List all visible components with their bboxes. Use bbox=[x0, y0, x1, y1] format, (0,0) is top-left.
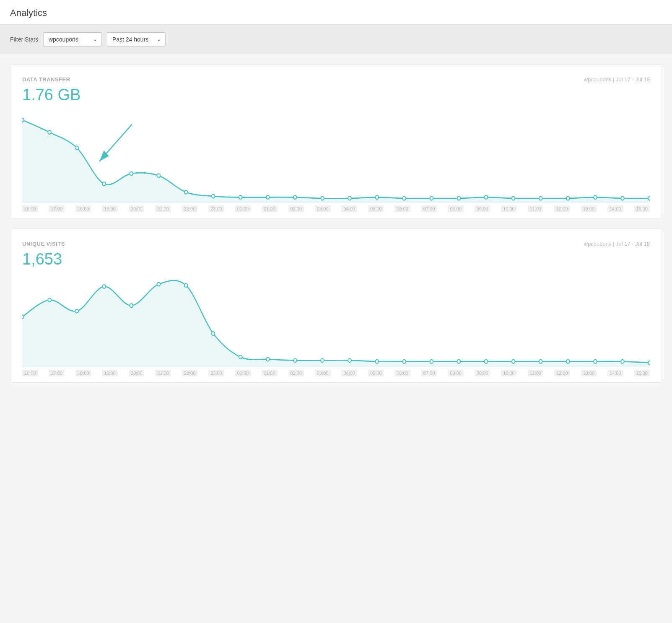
time-label: 05:00 bbox=[368, 205, 384, 212]
svg-point-11 bbox=[293, 195, 297, 199]
time-label: 04:00 bbox=[341, 205, 357, 212]
time-label: 16:00 bbox=[22, 205, 38, 212]
time-label: 13:00 bbox=[581, 205, 597, 212]
svg-point-26 bbox=[48, 298, 51, 302]
time-label: 21:00 bbox=[155, 205, 171, 212]
svg-point-13 bbox=[348, 197, 351, 200]
filter-label: Filter Stats bbox=[10, 36, 38, 43]
chart-area-data-transfer bbox=[22, 111, 650, 203]
time-label: 19:00 bbox=[102, 205, 118, 212]
time-label: 17:00 bbox=[49, 205, 65, 212]
chart-section-title-unique-visits: UNIQUE VISITS bbox=[22, 241, 65, 247]
time-label: 17:00 bbox=[49, 370, 65, 376]
svg-point-16 bbox=[430, 197, 433, 200]
time-label: 03:00 bbox=[315, 370, 331, 376]
chart-header-unique-visits: UNIQUE VISITSwpcoupons | Jul 17 - Jul 18 bbox=[22, 241, 650, 247]
svg-point-31 bbox=[184, 283, 188, 287]
svg-point-5 bbox=[130, 172, 133, 176]
svg-point-43 bbox=[512, 360, 515, 363]
svg-point-15 bbox=[402, 197, 406, 200]
svg-point-12 bbox=[321, 197, 324, 200]
svg-point-8 bbox=[212, 195, 215, 198]
time-label: 19:00 bbox=[102, 370, 118, 376]
site-select-wrapper[interactable]: wpcoupons bbox=[43, 32, 102, 47]
time-label: 10:00 bbox=[501, 205, 517, 212]
time-label: 09:00 bbox=[475, 370, 490, 376]
svg-point-14 bbox=[375, 195, 379, 199]
svg-point-7 bbox=[184, 190, 188, 194]
svg-point-35 bbox=[293, 358, 297, 362]
time-label: 16:00 bbox=[22, 370, 38, 376]
time-label: 07:00 bbox=[421, 370, 437, 376]
time-label: 13:00 bbox=[581, 370, 597, 376]
svg-point-9 bbox=[239, 195, 242, 199]
time-label: 00:00 bbox=[235, 370, 251, 376]
time-label: 05:00 bbox=[368, 370, 384, 376]
chart-card-unique-visits: UNIQUE VISITSwpcoupons | Jul 17 - Jul 18… bbox=[10, 228, 662, 383]
svg-point-42 bbox=[485, 360, 488, 363]
svg-point-30 bbox=[157, 283, 161, 286]
chart-card-data-transfer: DATA TRANSFERwpcoupons | Jul 17 - Jul 18… bbox=[10, 64, 662, 218]
svg-point-25 bbox=[22, 315, 24, 319]
filter-bar: Filter Stats wpcoupons Past 24 hours Pas… bbox=[0, 25, 672, 54]
svg-point-45 bbox=[566, 360, 570, 363]
svg-point-37 bbox=[348, 358, 351, 362]
time-axis-unique-visits: 16:0017:0018:0019:0020:0021:0022:0023:00… bbox=[22, 367, 650, 382]
svg-point-18 bbox=[485, 195, 488, 199]
svg-point-34 bbox=[266, 358, 270, 361]
time-label: 11:00 bbox=[528, 205, 544, 212]
svg-point-33 bbox=[239, 355, 242, 359]
svg-point-24 bbox=[648, 197, 650, 200]
time-label: 23:00 bbox=[208, 205, 224, 212]
svg-point-38 bbox=[375, 360, 379, 363]
time-label: 10:00 bbox=[501, 370, 517, 376]
time-label: 04:00 bbox=[341, 370, 357, 376]
time-label: 08:00 bbox=[448, 205, 464, 212]
time-label: 06:00 bbox=[394, 205, 410, 212]
time-label: 09:00 bbox=[475, 205, 490, 212]
site-select[interactable]: wpcoupons bbox=[43, 32, 102, 47]
svg-point-20 bbox=[539, 197, 542, 200]
time-label: 01:00 bbox=[262, 370, 278, 376]
time-label: 15:00 bbox=[634, 370, 650, 376]
time-label: 07:00 bbox=[421, 205, 437, 212]
time-label: 02:00 bbox=[288, 370, 304, 376]
charts-container: DATA TRANSFERwpcoupons | Jul 17 - Jul 18… bbox=[0, 54, 672, 393]
time-label: 18:00 bbox=[75, 370, 91, 376]
time-label: 06:00 bbox=[394, 370, 410, 376]
chart-svg-unique-visits bbox=[22, 275, 650, 367]
svg-point-21 bbox=[566, 197, 570, 200]
time-label: 22:00 bbox=[182, 370, 198, 376]
svg-point-19 bbox=[512, 197, 515, 200]
svg-point-2 bbox=[48, 130, 51, 134]
svg-point-1 bbox=[22, 118, 24, 122]
time-label: 03:00 bbox=[315, 205, 331, 212]
chart-area-unique-visits bbox=[22, 275, 650, 367]
time-label: 18:00 bbox=[75, 205, 91, 212]
time-select[interactable]: Past 24 hours Past 7 days Past 30 days bbox=[107, 32, 166, 47]
svg-point-40 bbox=[430, 360, 433, 363]
svg-point-4 bbox=[102, 182, 106, 186]
svg-point-22 bbox=[594, 195, 597, 199]
svg-point-17 bbox=[457, 197, 461, 200]
time-label: 14:00 bbox=[607, 370, 623, 376]
chart-value-unique-visits: 1,653 bbox=[22, 250, 650, 268]
chart-meta-data-transfer: wpcoupons | Jul 17 - Jul 18 bbox=[584, 76, 650, 83]
time-label: 22:00 bbox=[182, 205, 198, 212]
chart-header-data-transfer: DATA TRANSFERwpcoupons | Jul 17 - Jul 18 bbox=[22, 76, 650, 83]
time-label: 21:00 bbox=[155, 370, 171, 376]
time-label: 11:00 bbox=[528, 370, 544, 376]
svg-point-36 bbox=[321, 358, 324, 362]
time-label: 23:00 bbox=[208, 370, 224, 376]
chart-meta-unique-visits: wpcoupons | Jul 17 - Jul 18 bbox=[584, 241, 650, 247]
time-label: 01:00 bbox=[262, 205, 278, 212]
svg-point-3 bbox=[75, 146, 78, 150]
chart-svg-data-transfer bbox=[22, 111, 650, 203]
time-label: 08:00 bbox=[448, 370, 464, 376]
time-label: 02:00 bbox=[288, 205, 304, 212]
time-axis-data-transfer: 16:0017:0018:0019:0020:0021:0022:0023:00… bbox=[22, 203, 650, 218]
time-label: 12:00 bbox=[554, 205, 570, 212]
time-select-wrapper[interactable]: Past 24 hours Past 7 days Past 30 days bbox=[107, 32, 166, 47]
page-title: Analytics bbox=[10, 8, 662, 18]
chart-section-title-data-transfer: DATA TRANSFER bbox=[22, 76, 70, 83]
